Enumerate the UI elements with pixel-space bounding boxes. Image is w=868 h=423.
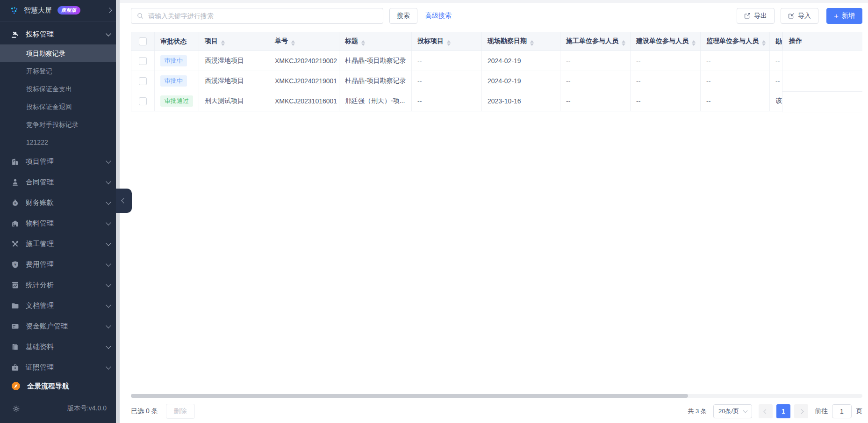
sidebar-divider — [0, 22, 120, 22]
cell-order-no: XMKCJ20240219002 — [269, 51, 339, 71]
sort-icon[interactable] — [447, 40, 451, 46]
sort-icon[interactable] — [622, 40, 625, 46]
sidebar-group-label: 物料管理 — [26, 219, 100, 228]
sidebar-group-label: 统计分析 — [26, 281, 100, 290]
cell-construction-staff: -- — [560, 51, 631, 71]
cell-bid-project: -- — [412, 71, 482, 91]
sidebar-collapse-handle[interactable] — [116, 189, 132, 213]
sidebar-item-121222[interactable]: 121222 — [0, 133, 120, 151]
row-checkbox[interactable] — [139, 57, 147, 65]
sidebar-group-contract[interactable]: 合同管理 — [0, 172, 120, 192]
sidebar-group-certificates[interactable]: 证照管理 — [0, 357, 120, 375]
sort-icon[interactable] — [762, 40, 766, 46]
goto-unit-label: 页 — [856, 407, 862, 416]
goto-label: 前往 — [815, 407, 828, 416]
actions-fixed-column: 操作 — [782, 32, 862, 112]
warehouse-icon — [11, 219, 19, 227]
data-table: 审批状态 项目 单号 标题 投标项目 现场勘察日期 施工单位参与人员 建设单位参… — [131, 32, 840, 111]
current-page-button[interactable]: 1 — [776, 404, 790, 418]
column-header-bid-project[interactable]: 投标项目 — [412, 32, 482, 51]
cell-survey-date: 2023-10-16 — [482, 91, 560, 111]
cell-title: 杜晶晶-项目勘察记录 — [339, 51, 412, 71]
sidebar-item-bid-bond-payment[interactable]: 投标保证金支出 — [0, 80, 120, 98]
sort-icon[interactable] — [530, 40, 534, 46]
advanced-search-link[interactable]: 高级搜索 — [425, 12, 452, 20]
cell-title: 邢廷强（刑天）-项... — [339, 91, 412, 111]
sort-icon[interactable] — [692, 40, 696, 46]
chevron-down-icon — [106, 158, 111, 163]
row-checkbox[interactable] — [139, 97, 147, 105]
search-icon — [137, 13, 143, 19]
cell-construction-staff: -- — [560, 71, 631, 91]
import-button[interactable]: 导入 — [781, 8, 818, 24]
sidebar-group-documents[interactable]: 文档管理 — [0, 295, 120, 316]
total-count: 共 3 条 — [688, 407, 706, 416]
sidebar-group-bidding[interactable]: 投标管理 — [0, 24, 120, 44]
cell-owner-staff: -- — [631, 91, 701, 111]
data-table-container: 审批状态 项目 单号 标题 投标项目 现场勘察日期 施工单位参与人员 建设单位参… — [131, 32, 862, 392]
sidebar-item-process-navigation[interactable]: 全景流程导航 — [0, 375, 120, 397]
goto-page: 前往 页 — [815, 404, 862, 418]
next-page-button[interactable] — [794, 404, 808, 418]
pager: 1 — [759, 404, 808, 418]
goto-page-input[interactable] — [832, 404, 852, 418]
row-checkbox[interactable] — [139, 77, 147, 85]
page-size-select[interactable]: 20条/页 — [713, 404, 752, 418]
sidebar-item-project-survey-records[interactable]: 项目勘察记录 — [0, 44, 120, 62]
scrollbar-thumb[interactable] — [131, 394, 688, 398]
sidebar-group-materials[interactable]: 物料管理 — [0, 213, 120, 233]
column-header-survey-date[interactable]: 现场勘察日期 — [482, 32, 560, 51]
sidebar-group-basic-data[interactable]: 基础资料 — [0, 336, 120, 357]
column-header-supervision-staff[interactable]: 监理单位参与人员 — [701, 32, 770, 51]
prev-page-button[interactable] — [759, 404, 773, 418]
select-all-checkbox[interactable] — [139, 37, 147, 45]
sort-icon[interactable] — [361, 40, 365, 46]
sidebar-group-construction[interactable]: 施工管理 — [0, 233, 120, 254]
sidebar-item-smart-screen[interactable]: 智慧大屏 旗舰版 — [0, 0, 120, 21]
cell-project: 西溪湿地项目 — [199, 51, 269, 71]
gear-icon[interactable] — [12, 405, 20, 413]
cell-project: 西溪湿地项目 — [199, 71, 269, 91]
column-header-title[interactable]: 标题 — [339, 32, 412, 51]
sidebar-item-bid-bond-refund[interactable]: 投标保证金退回 — [0, 98, 120, 116]
sidebar-group-label: 投标管理 — [26, 30, 100, 39]
compass-icon — [11, 381, 21, 391]
sort-icon[interactable] — [221, 40, 225, 46]
sidebar-group-project[interactable]: 项目管理 — [0, 151, 120, 172]
actions-cell — [782, 71, 862, 92]
table-row[interactable]: 审批中 西溪湿地项目 XMKCJ20240219002 杜晶晶-项目勘察记录 -… — [131, 51, 840, 71]
sidebar-item-bid-opening[interactable]: 开标登记 — [0, 62, 120, 80]
folder-icon — [11, 302, 19, 310]
chevron-left-icon — [121, 198, 126, 203]
delete-button[interactable]: 删除 — [166, 404, 195, 419]
create-button[interactable]: + 新增 — [826, 8, 862, 24]
sort-icon[interactable] — [291, 40, 295, 46]
cell-title: 杜晶晶-项目勘察记录 — [339, 71, 412, 91]
search-input[interactable] — [147, 12, 377, 20]
sidebar-group-finance[interactable]: ¥ 财务账款 — [0, 192, 120, 213]
page-size-value: 20条/页 — [718, 407, 739, 416]
status-badge: 审批中 — [160, 55, 187, 66]
process-navigation-label: 全景流程导航 — [27, 382, 69, 391]
report-icon — [11, 281, 19, 289]
export-button[interactable]: 导出 — [737, 8, 775, 24]
sidebar-group-statistics[interactable]: 统计分析 — [0, 275, 120, 295]
create-label: 新增 — [842, 12, 855, 20]
column-header-construction-staff[interactable]: 施工单位参与人员 — [560, 32, 631, 51]
table-row[interactable]: 审批通过 刑天测试项目 XMKCJ20231016001 邢廷强（刑天）-项..… — [131, 91, 840, 111]
cell-supervision-staff: -- — [701, 91, 770, 111]
sidebar-group-label: 财务账款 — [26, 198, 100, 207]
sidebar-group-label: 合同管理 — [26, 178, 100, 187]
column-header-owner-staff[interactable]: 建设单位参与人员 — [631, 32, 701, 51]
column-header-order-no[interactable]: 单号 — [269, 32, 339, 51]
cell-survey-date: 2024-02-19 — [482, 71, 560, 91]
column-header-project[interactable]: 项目 — [199, 32, 269, 51]
search-button[interactable]: 搜索 — [389, 8, 417, 24]
cell-order-no: XMKCJ20240219001 — [269, 71, 339, 91]
sidebar-item-competitor-bids[interactable]: 竞争对手投标记录 — [0, 116, 120, 133]
chevron-down-icon — [106, 241, 111, 246]
sidebar-group-fund-accounts[interactable]: 资金账户管理 — [0, 316, 120, 336]
sidebar-group-expense[interactable]: ¥ 费用管理 — [0, 254, 120, 275]
table-row[interactable]: 审批中 西溪湿地项目 XMKCJ20240219001 杜晶晶-项目勘察记录 -… — [131, 71, 840, 91]
actions-cell — [782, 92, 862, 112]
